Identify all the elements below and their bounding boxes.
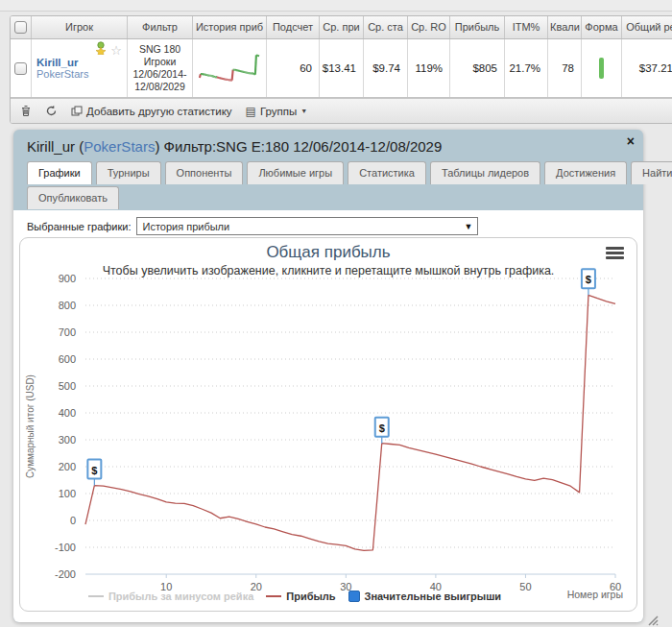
- tab-achievements[interactable]: Достижения: [544, 161, 627, 184]
- table-row: ☆ Kirill_ur PokerStars SNG 180 Игроки 12…: [11, 39, 672, 98]
- col-header-form[interactable]: Форма: [582, 16, 622, 38]
- profit-chart-svg[interactable]: -200-10001002003004005006007008009001020…: [20, 238, 636, 595]
- groups-button[interactable]: ▤ Группы ▼: [246, 106, 308, 117]
- svg-text:600: 600: [59, 353, 76, 365]
- col-header-player[interactable]: Игрок: [32, 16, 128, 38]
- medal-badge-icon: [94, 41, 108, 55]
- tab-publish[interactable]: Опубликовать: [27, 186, 119, 209]
- svg-text:0: 0: [70, 515, 76, 526]
- total-rake-cell: $37.21: [622, 39, 672, 97]
- chart-container: -200-10001002003004005006007008009001020…: [19, 237, 637, 612]
- site-link[interactable]: PokerStars: [36, 68, 122, 80]
- svg-text:100: 100: [59, 488, 76, 499]
- select-all-checkbox[interactable]: [14, 21, 27, 34]
- svg-text:800: 800: [59, 300, 76, 311]
- row-checkbox[interactable]: [14, 62, 27, 75]
- groups-icon: ▤: [246, 106, 256, 117]
- player-panel: × Kirill_ur (PokerStars) Фильтр:SNG E:18…: [13, 130, 643, 622]
- col-header-avg-profit[interactable]: Ср. при: [320, 16, 364, 38]
- count-cell: 60: [267, 39, 320, 97]
- col-header-profit[interactable]: Прибыль: [450, 16, 505, 38]
- table-toolbar: Добавить другую статистику ▤ Группы ▼: [11, 98, 672, 123]
- red-line-swatch: [266, 595, 281, 597]
- qualify-cell: 78: [548, 39, 582, 97]
- legend-item-profit[interactable]: Прибыль: [266, 591, 335, 602]
- chart-subtitle: Чтобы увеличить изображение, кликните и …: [20, 264, 636, 277]
- svg-text:-100: -100: [55, 542, 76, 553]
- profit-cell: $805: [450, 39, 505, 97]
- col-header-filter[interactable]: Фильтр: [128, 16, 193, 38]
- chart-menu-icon[interactable]: [606, 247, 624, 261]
- chart-legend: Прибыль за минусом рейка Прибыль Значите…: [20, 591, 636, 602]
- select-label: Выбранные графики:: [27, 221, 131, 232]
- form-bar: [599, 58, 604, 79]
- legend-item-significant-wins[interactable]: Значительные выигрыши: [348, 591, 502, 602]
- col-header-avg-roi[interactable]: Ср. RO: [408, 16, 450, 38]
- col-header-total-rake[interactable]: Общий ре: [622, 16, 672, 38]
- trash-icon: [20, 105, 32, 117]
- filter-cell: SNG 180 Игроки 12/06/2014- 12/08/2029: [128, 39, 193, 97]
- tab-favorite-games[interactable]: Любимые игры: [247, 161, 344, 184]
- close-icon[interactable]: ×: [627, 134, 635, 148]
- tab-find[interactable]: Найти: [631, 161, 672, 184]
- gray-line-swatch: [88, 595, 104, 597]
- refresh-icon: [45, 105, 58, 117]
- col-header-itm[interactable]: ITM%: [505, 16, 548, 38]
- pokerstars-link[interactable]: PokerStars: [84, 138, 155, 155]
- copy-icon: [71, 106, 83, 117]
- svg-text:$: $: [91, 465, 97, 476]
- delete-button[interactable]: [20, 105, 32, 117]
- panel-title: Kirill_ur (PokerStars) Фильтр:SNG E:180 …: [27, 138, 442, 155]
- refresh-button[interactable]: [45, 105, 58, 117]
- tab-graphs[interactable]: Графики: [27, 161, 92, 184]
- resize-grip[interactable]: [646, 614, 659, 626]
- col-header-qualify[interactable]: Квали: [548, 16, 582, 38]
- col-header-history[interactable]: История приб: [193, 16, 267, 38]
- svg-text:200: 200: [59, 461, 76, 472]
- tab-tournaments[interactable]: Турниры: [96, 161, 161, 184]
- svg-text:400: 400: [59, 407, 76, 419]
- select-caret-icon: ▼: [465, 222, 473, 231]
- add-statistic-button[interactable]: Добавить другую статистику: [71, 106, 232, 117]
- tab-row-2: Опубликовать: [27, 186, 119, 209]
- table-header-row: Игрок Фильтр История приб Подсчет Ср. пр…: [11, 16, 672, 39]
- legend-item-net-profit[interactable]: Прибыль за минусом рейка: [88, 591, 253, 602]
- col-header-count[interactable]: Подсчет: [267, 16, 320, 38]
- svg-text:$: $: [379, 422, 385, 434]
- svg-text:Суммарный итог (USD): Суммарный итог (USD): [25, 374, 36, 478]
- blue-square-swatch: [348, 591, 360, 602]
- groups-caret-icon: ▼: [300, 108, 307, 114]
- svg-text:300: 300: [59, 434, 76, 446]
- avg-profit-cell: $13.41: [320, 39, 364, 97]
- svg-text:500: 500: [59, 380, 76, 392]
- tab-statistics[interactable]: Статистика: [348, 161, 426, 184]
- avg-stake-cell: $9.74: [364, 39, 408, 97]
- col-header-avg-stake[interactable]: Ср. ста: [364, 16, 408, 38]
- itm-cell: 21.7%: [505, 39, 548, 97]
- profit-sparkline[interactable]: [197, 51, 262, 85]
- stats-table: Игрок Фильтр История приб Подсчет Ср. пр…: [10, 15, 672, 124]
- tab-opponents[interactable]: Оппоненты: [165, 161, 244, 184]
- star-icon[interactable]: ☆: [110, 43, 122, 58]
- player-link[interactable]: Kirill_ur: [36, 57, 122, 68]
- chart-title: Общая прибыль: [20, 243, 636, 262]
- top-strip: [0, 0, 672, 12]
- x-axis-title: Номер игры: [567, 589, 623, 600]
- tab-row-1: Графики Турниры Оппоненты Любимые игры С…: [27, 161, 672, 184]
- panel-body: Выбранные графики: История прибыли ▼ -20…: [13, 210, 643, 622]
- svg-text:700: 700: [59, 326, 76, 338]
- svg-text:-200: -200: [55, 568, 76, 580]
- avg-roi-cell: 119%: [408, 39, 450, 97]
- tab-leaderboards[interactable]: Таблицы лидеров: [430, 161, 540, 184]
- chart-type-select[interactable]: История прибыли ▼: [136, 217, 478, 235]
- form-cell: [582, 39, 622, 97]
